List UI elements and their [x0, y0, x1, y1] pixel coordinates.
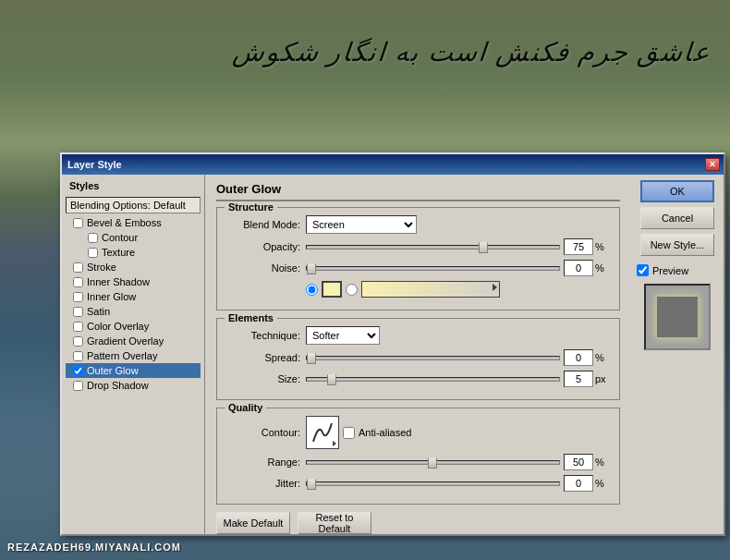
right-panel: OK Cancel New Style... Preview — [631, 175, 724, 534]
preview-checkbox[interactable] — [637, 264, 649, 276]
technique-select[interactable]: Softer Precise — [306, 326, 380, 345]
close-button[interactable]: ✕ — [705, 158, 720, 171]
jitter-slider-thumb[interactable] — [307, 479, 316, 490]
color-overlay-label: Color Overlay — [87, 321, 149, 332]
range-slider-track[interactable] — [306, 460, 560, 465]
jitter-input[interactable] — [564, 475, 593, 492]
cancel-button[interactable]: Cancel — [640, 207, 714, 229]
size-input[interactable] — [564, 371, 593, 387]
range-row: Range: % — [226, 454, 610, 470]
noise-slider-thumb[interactable] — [307, 263, 316, 274]
anti-aliased-label[interactable]: Anti-aliased — [343, 427, 411, 439]
gradient-overlay-checkbox[interactable] — [73, 336, 83, 347]
blending-options-item[interactable]: Blending Options: Default — [66, 197, 201, 213]
ok-button[interactable]: OK — [640, 180, 714, 202]
sidebar-item-outer-glow[interactable]: Outer Glow — [66, 363, 201, 378]
elements-section: Elements Technique: Softer Precise Sprea… — [216, 318, 620, 400]
color-overlay-checkbox[interactable] — [73, 322, 83, 332]
anti-aliased-text: Anti-aliased — [359, 427, 411, 438]
elements-label: Elements — [225, 312, 277, 323]
drop-shadow-checkbox[interactable] — [73, 381, 83, 391]
gradient-dropdown-arrow — [493, 284, 497, 291]
new-style-button[interactable]: New Style... — [640, 234, 714, 256]
sidebar-item-stroke[interactable]: Stroke — [66, 260, 201, 274]
size-slider-track[interactable] — [306, 377, 560, 382]
preview-inner — [657, 297, 698, 337]
noise-input[interactable] — [564, 260, 593, 276]
jitter-label: Jitter: — [226, 478, 300, 489]
contour-preview[interactable] — [306, 416, 339, 449]
noise-row: Noise: % — [226, 260, 610, 276]
jitter-slider-container: % — [306, 475, 610, 492]
dialog-title: Layer Style — [67, 159, 122, 170]
spread-input[interactable] — [564, 349, 593, 366]
outer-glow-checkbox[interactable] — [73, 366, 83, 376]
size-row: Size: px — [226, 371, 610, 387]
noise-slider-track[interactable] — [306, 266, 560, 271]
inner-glow-checkbox[interactable] — [73, 292, 83, 302]
bottom-buttons: Make Default Reset to Default — [216, 512, 620, 534]
stroke-checkbox[interactable] — [73, 262, 83, 273]
bevel-checkbox[interactable] — [73, 218, 83, 228]
left-panel: Styles Blending Options: Default Bevel &… — [62, 175, 205, 534]
solid-color-radio[interactable] — [306, 284, 318, 296]
sidebar-item-drop-shadow[interactable]: Drop Shadow — [66, 378, 201, 393]
spread-slider-track[interactable] — [306, 356, 560, 360]
texture-checkbox[interactable] — [88, 248, 98, 258]
spread-unit: % — [595, 352, 610, 363]
spread-slider-container: % — [306, 349, 610, 366]
sidebar-item-color-overlay[interactable]: Color Overlay — [66, 319, 201, 334]
contour-label: Contour — [102, 232, 138, 243]
sidebar-item-bevel[interactable]: Bevel & Emboss — [66, 215, 201, 230]
sidebar-item-inner-shadow[interactable]: Inner Shadow — [66, 274, 201, 289]
opacity-slider-thumb[interactable] — [479, 242, 488, 253]
inner-shadow-label: Inner Shadow — [87, 276, 150, 287]
range-slider-container: % — [306, 454, 610, 470]
sidebar-item-pattern-overlay[interactable]: Pattern Overlay — [66, 348, 201, 363]
sidebar-item-inner-glow[interactable]: Inner Glow — [66, 289, 201, 304]
styles-label: Styles — [66, 178, 201, 193]
opacity-slider-track[interactable] — [306, 245, 560, 250]
size-slider-container: px — [306, 371, 610, 387]
range-input[interactable] — [564, 454, 593, 470]
color-swatch[interactable] — [322, 281, 342, 298]
arabic-calligraphy: عاشق جرم فکنش است به انگار شکوش — [232, 37, 713, 67]
sidebar-item-contour[interactable]: Contour — [66, 230, 201, 245]
technique-row: Technique: Softer Precise — [226, 326, 610, 345]
blend-mode-select[interactable]: Screen Normal Multiply Overlay — [306, 215, 417, 234]
gradient-radio[interactable] — [346, 284, 358, 296]
opacity-unit: % — [595, 241, 610, 252]
technique-label: Technique: — [226, 330, 300, 341]
gradient-preview[interactable] — [361, 281, 500, 298]
jitter-slider-track[interactable] — [306, 481, 560, 486]
pattern-overlay-checkbox[interactable] — [73, 351, 83, 361]
range-label: Range: — [226, 457, 300, 468]
satin-checkbox[interactable] — [73, 307, 83, 317]
reset-to-default-button[interactable]: Reset to Default — [298, 512, 371, 534]
preview-box — [644, 284, 711, 350]
inner-shadow-checkbox[interactable] — [73, 277, 83, 287]
contour-row-label: Contour: — [226, 427, 300, 438]
anti-aliased-checkbox[interactable] — [343, 427, 355, 439]
dialog-body: Styles Blending Options: Default Bevel &… — [62, 175, 724, 534]
satin-label: Satin — [87, 306, 110, 317]
contour-checkbox[interactable] — [88, 233, 98, 243]
texture-label: Texture — [102, 247, 135, 258]
spread-row: Spread: % — [226, 349, 610, 366]
preview-label[interactable]: Preview — [637, 264, 688, 276]
contour-dropdown-arrow — [333, 441, 336, 446]
spread-slider-thumb[interactable] — [307, 353, 316, 364]
sidebar-item-texture[interactable]: Texture — [66, 245, 201, 260]
range-slider-thumb[interactable] — [428, 457, 437, 469]
bevel-label: Bevel & Emboss — [87, 217, 162, 228]
stroke-label: Stroke — [87, 262, 116, 273]
make-default-button[interactable]: Make Default — [216, 512, 290, 534]
opacity-input[interactable] — [564, 238, 593, 255]
spread-label: Spread: — [226, 352, 300, 363]
contour-row: Contour: Anti-aliased — [226, 416, 610, 449]
layer-style-dialog: Layer Style ✕ Styles Blending Options: D… — [60, 152, 725, 536]
sidebar-item-satin[interactable]: Satin — [66, 304, 201, 319]
sidebar-item-gradient-overlay[interactable]: Gradient Overlay — [66, 334, 201, 348]
size-slider-thumb[interactable] — [327, 374, 336, 385]
quality-label: Quality — [225, 402, 266, 413]
